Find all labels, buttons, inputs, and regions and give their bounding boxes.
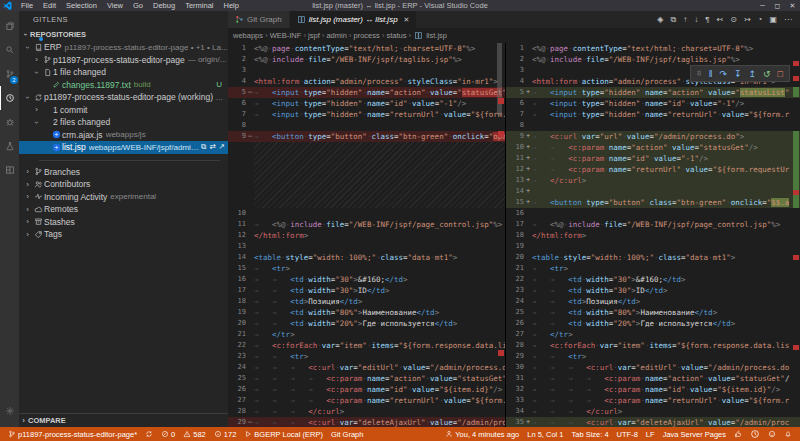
breadcrumb-item[interactable]: webapps xyxy=(233,31,263,40)
code-line[interactable]: 17→ <%@·include·file="/WEB-INF/jspf/page… xyxy=(506,219,800,230)
tree-item-p11897-process-status-editor-page-working-[interactable]: ›p11897-process-status-editor-page (work… xyxy=(19,91,228,104)
code-line[interactable]: 7→ <input·type="hidden"·name="returnUrl"… xyxy=(228,109,505,120)
code-line[interactable]: 8 xyxy=(506,120,800,131)
code-line[interactable]: 2<%@·include·file="/WEB-INF/jspf/taglibs… xyxy=(506,54,800,65)
code-line[interactable]: 33→ → → → <c:param·name="returnUrl"·valu… xyxy=(506,395,800,406)
code-line[interactable]: 12</html:form> xyxy=(228,230,505,241)
tree-item-erp[interactable]: ›ERPp11897-process-status-editor-page • … xyxy=(19,41,228,54)
code-line[interactable]: 22→ → <td·width="30">&#160;</td> xyxy=(506,274,800,285)
source-control-icon[interactable]: 2 xyxy=(0,62,19,86)
git-graph-status[interactable]: Git Graph xyxy=(327,430,368,439)
drag-grip-icon[interactable]: ⠿ xyxy=(697,70,702,78)
menu-file[interactable]: File xyxy=(16,1,38,10)
minimize-button[interactable]: ─ xyxy=(755,2,770,10)
language-mode[interactable]: Java Server Pages xyxy=(659,430,730,439)
gitlens-blame[interactable]: You, 4 minutes ago xyxy=(441,430,523,439)
code-line[interactable]: 1<%@·page·contentType="text/html;·charse… xyxy=(506,43,800,54)
pause-icon[interactable]: ‖ xyxy=(709,69,713,79)
tree-item-p11897-process-status-editor-page[interactable]: ›p11897-process-status-editor-page— orig… xyxy=(19,54,228,67)
code-line[interactable]: 11+→ → <c:param·name="id"·value="-1"/> xyxy=(506,153,800,164)
code-line[interactable]: 18→ → <td>Позиция</td> xyxy=(228,296,505,307)
code-line[interactable]: 24→ → → <c:url·var="editUrl"·value="/adm… xyxy=(228,362,505,373)
bug-icon[interactable] xyxy=(0,110,19,134)
more-actions-icon[interactable]: ⋯ xyxy=(784,15,792,24)
launch-config[interactable]: BGERP Local (ERP) xyxy=(240,430,327,439)
feedback-smiley[interactable] xyxy=(764,430,780,438)
tree-item-1-commit[interactable]: ›1 commit xyxy=(19,104,228,117)
code-line[interactable]: 35+→ → → <c:url·var="deleteAjaxUrl"·valu… xyxy=(506,417,800,427)
gitlens-icon[interactable] xyxy=(0,86,19,110)
tree-item-crm-ajax-js[interactable]: crm.ajax.jswebapps/js xyxy=(19,129,228,142)
code-line[interactable]: 26→ → <td·width="20%">Где·используется</… xyxy=(506,318,800,329)
code-line[interactable]: 23→ → <tr> xyxy=(228,351,505,362)
tree-item-contributors[interactable]: ›Contributors xyxy=(19,178,228,191)
code-line[interactable]: 15+→ <button·type="button"·class="btn-gr… xyxy=(506,197,800,208)
tab-git-graph[interactable]: Git Graph xyxy=(228,11,290,28)
timer-status[interactable] xyxy=(746,429,764,439)
code-line[interactable]: 22→ <c:forEach·var="item"·items="${form.… xyxy=(228,340,505,351)
code-line[interactable]: 2<%@·include·file="/WEB-INF/jspf/taglibs… xyxy=(228,54,505,65)
code-line[interactable]: 14+ xyxy=(506,186,800,197)
open-file-external-icon[interactable]: ↗ xyxy=(219,142,225,152)
notifications-bell[interactable] xyxy=(780,430,796,438)
code-line[interactable]: 18</html:form> xyxy=(506,230,800,241)
sync-status[interactable] xyxy=(141,430,157,439)
diff-pane-modified[interactable]: 1<%@·page·contentType="text/html;·charse… xyxy=(506,43,800,427)
menu-view[interactable]: View xyxy=(102,1,128,10)
step-over-icon[interactable]: ↷ xyxy=(719,69,727,79)
tree-item-tags[interactable]: ›Tags xyxy=(19,228,228,241)
open-changes-after-icon[interactable]: ↣ xyxy=(744,15,751,24)
code-line[interactable]: 28→ → → </c:url> xyxy=(228,406,505,417)
code-line[interactable]: 14<table·style="width:·100%;"·class="dat… xyxy=(228,252,505,263)
feedback-thumbs[interactable] xyxy=(730,430,746,438)
branch-status[interactable]: p11897-process-status-editor-page* xyxy=(4,430,141,439)
code-line[interactable]: 13 xyxy=(228,241,505,252)
code-line[interactable]: 31→ → → → <c:param·name="action"·value="… xyxy=(506,373,800,384)
previous-change-icon[interactable]: ↑ xyxy=(683,15,687,24)
step-out-icon[interactable]: ↥ xyxy=(748,69,756,79)
step-into-icon[interactable]: ↧ xyxy=(734,69,742,79)
code-line[interactable]: 12+→ → <c:param·name="returnUrl"·value="… xyxy=(506,164,800,175)
problems-errors[interactable]: 0 xyxy=(157,430,179,439)
code-line[interactable]: 10+→ → <c:param·name="action"·value="sta… xyxy=(506,142,800,153)
overview-ruler-right[interactable] xyxy=(791,43,800,427)
code-line[interactable]: 27→ → → → <c:param·name="returnUrl"·valu… xyxy=(228,395,505,406)
inline-view-icon[interactable]: ◔ xyxy=(758,15,763,24)
code-line[interactable]: 19 xyxy=(506,241,800,252)
restart-icon[interactable]: ↺ xyxy=(763,69,771,79)
code-line[interactable]: 25→ → <td·width="80%">Наименование</td> xyxy=(506,307,800,318)
code-line[interactable]: 26→ → → → <c:param·name="id"·value="${it… xyxy=(228,384,505,395)
eol[interactable]: LF xyxy=(642,430,659,439)
tree-item-list-jsp[interactable]: list.jspwebapps/WEB-INF/jspf/admin/pr...… xyxy=(19,141,228,154)
layout-icon[interactable] xyxy=(0,158,19,182)
tree-item-stashes[interactable]: ›Stashes xyxy=(19,216,228,229)
code-line[interactable]: 25→ → → → <c:param·name="action"·value="… xyxy=(228,373,505,384)
code-line[interactable]: 17→ → <td·width="30">ID</td> xyxy=(228,285,505,296)
tree-item-branches[interactable]: ›Branches xyxy=(19,166,228,179)
close-tab-icon[interactable]: ✕ xyxy=(404,16,410,24)
tree-item-changes-11897-txt[interactable]: changes.11897.txtbuildU xyxy=(19,79,228,92)
breadcrumb-item[interactable]: jspf xyxy=(308,31,320,40)
code-line[interactable]: 3 xyxy=(228,65,505,76)
code-line[interactable]: 7→ <input·type="hidden"·name="returnUrl"… xyxy=(506,109,800,120)
code-line[interactable]: 5–→ <input·type="hidden"·name="action"·v… xyxy=(228,87,505,98)
scrollbar-thumb[interactable] xyxy=(497,43,502,115)
tree-item-remotes[interactable]: ›Remotes xyxy=(19,203,228,216)
code-line[interactable]: 8 xyxy=(228,120,505,131)
menu-terminal[interactable]: Terminal xyxy=(180,1,218,10)
tree-item-2-files-changed[interactable]: ›2 files changed xyxy=(19,116,228,129)
code-line[interactable]: 4<html:form·action="admin/process"·style… xyxy=(228,76,505,87)
code-line[interactable]: 34→ → → </c:url> xyxy=(506,406,800,417)
repositories-section-header[interactable]: › REPOSITORIES xyxy=(19,28,228,41)
code-line[interactable]: 11→ <%@·include·file="/WEB-INF/jspf/page… xyxy=(228,219,505,230)
menu-selection[interactable]: Selection xyxy=(61,1,102,10)
code-line[interactable]: 29–→ → → <c:url·var="deleteAjaxUrl"·valu… xyxy=(228,417,505,427)
maximize-button[interactable]: ◻ xyxy=(770,2,785,10)
cursor-position[interactable]: Ln 5, Col 1 xyxy=(523,430,567,439)
code-line[interactable]: 10 xyxy=(228,208,505,219)
code-line[interactable]: 6→ <input·type="hidden"·name="id"·value=… xyxy=(228,98,505,109)
code-line[interactable]: 21→ <tr> xyxy=(506,263,800,274)
menu-debug[interactable]: Debug xyxy=(148,1,180,10)
menu-help[interactable]: Help xyxy=(218,1,243,10)
code-line[interactable]: 30→ → → <c:url·var="editUrl"·value="/adm… xyxy=(506,362,800,373)
